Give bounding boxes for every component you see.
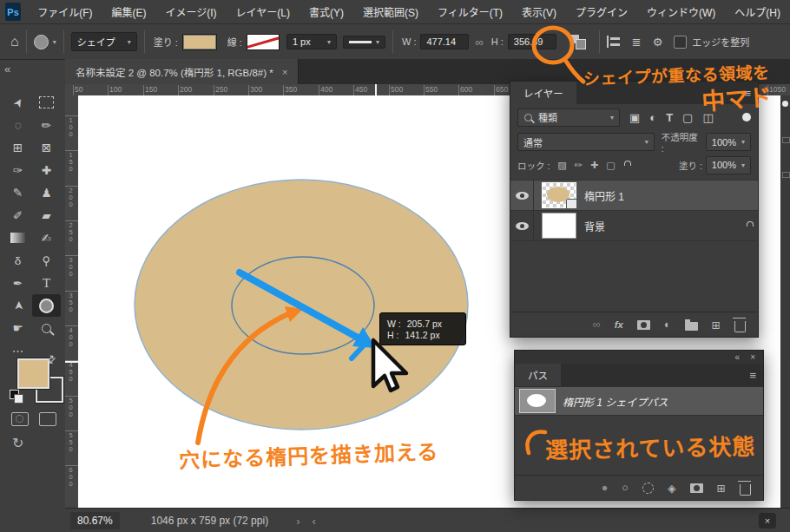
dock-panel-icon[interactable] (782, 101, 788, 107)
visibility-toggle[interactable] (510, 181, 534, 210)
foreground-color-swatch[interactable] (17, 358, 49, 389)
filter-adjustment-layers-icon[interactable]: ◐ (649, 111, 656, 124)
smudge-tool[interactable]: ✍ (32, 227, 61, 249)
menu-item-plugins[interactable]: プラグイン (566, 4, 637, 19)
lock-position-icon[interactable]: ✚ (590, 160, 598, 171)
blend-mode-select[interactable]: 通常 ▾ (517, 133, 655, 151)
menu-item-select[interactable]: 選択範囲(S) (353, 4, 428, 19)
tool-preset-chevron-icon[interactable]: ▾ (53, 38, 56, 46)
lock-artboard-icon[interactable]: ▢ (606, 160, 615, 171)
selection-as-path-icon[interactable]: ◈ (668, 482, 676, 495)
menu-item-image[interactable]: イメージ(I) (155, 4, 226, 19)
move-tool[interactable]: ➤ (3, 91, 32, 114)
zoom-tool[interactable] (32, 317, 61, 339)
layers-tab[interactable]: レイヤー (510, 82, 576, 104)
layer-row-background[interactable]: 背景 (510, 211, 758, 241)
ellipse-tool[interactable] (32, 294, 61, 317)
lock-pixels-icon[interactable]: ✏ (575, 160, 583, 171)
vertical-ruler[interactable]: 100 150 200 250 300 350 400 450 500 550 … (65, 95, 79, 508)
collapse-panels-icon[interactable]: « (4, 62, 10, 76)
document-info[interactable]: 1046 px x 759 px (72 ppi) (151, 515, 268, 527)
opacity-field[interactable]: 100% ▾ (706, 133, 751, 151)
dodge-tool[interactable]: ⚲ (32, 249, 61, 272)
layer-name[interactable]: 楕円形 1 (584, 188, 624, 203)
lock-transparency-icon[interactable]: ▨ (557, 160, 566, 171)
link-layers-icon[interactable]: ∞ (593, 319, 601, 331)
gradient-tool[interactable] (3, 227, 32, 249)
align-edges-checkbox[interactable] (674, 36, 687, 49)
menu-item-help[interactable]: ヘルプ(H) (725, 4, 790, 19)
path-name[interactable]: 楕円形 1 シェイプパス (563, 394, 668, 409)
layer-thumbnail[interactable] (542, 213, 576, 239)
status-next-icon[interactable]: › (296, 515, 300, 528)
spot-healing-brush-tool[interactable]: ✚ (32, 159, 61, 181)
filter-toggle-icon[interactable] (742, 113, 751, 122)
menu-item-layer[interactable]: レイヤー(L) (227, 4, 300, 19)
layer-name[interactable]: 背景 (584, 219, 605, 233)
shape-settings-gear-icon[interactable]: ⚙ (653, 36, 663, 49)
brush-tool[interactable]: ✎ (3, 181, 32, 204)
delete-layer-icon[interactable] (734, 321, 746, 332)
delete-path-icon[interactable] (740, 484, 751, 496)
filter-type-layers-icon[interactable]: T (666, 111, 673, 124)
layer-row-ellipse[interactable]: 楕円形 1 (510, 181, 758, 211)
screen-mode-button[interactable] (39, 412, 56, 426)
stroke-color-swatch[interactable] (247, 34, 280, 50)
filter-pixel-layers-icon[interactable]: ▣ (629, 111, 640, 124)
path-alignment-button[interactable] (607, 36, 621, 48)
stroke-style-select[interactable]: ▾ (343, 36, 385, 49)
new-layer-icon[interactable]: ⊞ (712, 319, 721, 332)
menu-item-file[interactable]: ファイル(F) (28, 4, 102, 19)
eraser-tool[interactable]: ▰ (32, 204, 61, 227)
document-tab[interactable]: 名称未設定 2 @ 80.7% (楕円形 1, RGB/8#) * × (65, 59, 299, 84)
dock-panel-icon[interactable] (782, 137, 790, 143)
add-layer-mask-icon[interactable] (637, 320, 650, 330)
rectangular-marquee-tool[interactable] (32, 91, 61, 114)
visibility-toggle[interactable] (510, 211, 534, 240)
new-group-icon[interactable] (685, 322, 698, 331)
tool-mode-select[interactable]: シェイプ ▾ (71, 32, 137, 51)
hand-tool[interactable]: ☛ (3, 317, 32, 339)
new-path-icon[interactable]: ⊞ (717, 482, 726, 495)
filter-shape-layers-icon[interactable]: ▢ (682, 111, 693, 124)
add-mask-from-path-icon[interactable] (690, 483, 703, 493)
collapse-panel-icon[interactable]: « (735, 352, 741, 362)
type-tool[interactable]: T (32, 272, 61, 294)
path-selection-tool[interactable]: ➤ (3, 294, 32, 317)
current-tool-icon[interactable] (34, 35, 49, 49)
panel-dock-strip[interactable] (780, 95, 790, 508)
default-colors-icon[interactable] (10, 390, 19, 399)
panel-menu-icon[interactable]: ≡ (749, 369, 756, 382)
menu-item-view[interactable]: 表示(V) (512, 4, 566, 19)
fill-path-icon[interactable]: ● (602, 482, 609, 494)
notification-close-button[interactable]: × (759, 513, 776, 529)
frame-tool[interactable]: ⊠ (32, 136, 61, 159)
shape-width-field[interactable]: 477.14 (420, 34, 469, 49)
dock-panel-icon[interactable] (782, 172, 790, 178)
layer-style-fx-button[interactable]: fx (615, 319, 623, 330)
path-row-shape-path[interactable]: 楕円形 1 シェイプパス (515, 386, 763, 416)
path-operations-button[interactable] (570, 35, 587, 49)
fill-opacity-field[interactable]: 100% ▾ (706, 156, 751, 174)
rotate-view-icon[interactable]: ↻ (12, 435, 23, 451)
quick-mask-button[interactable] (11, 412, 29, 426)
crop-tool[interactable]: ⊞ (3, 136, 32, 159)
fill-color-swatch[interactable] (182, 34, 217, 50)
close-document-icon[interactable]: × (282, 67, 288, 77)
layer-filter-select[interactable]: 種類 ▾ (517, 108, 620, 127)
menu-item-edit[interactable]: 編集(E) (102, 4, 155, 19)
menu-item-filter[interactable]: フィルター(T) (428, 4, 512, 19)
adjustment-layer-icon[interactable]: ◐ (664, 319, 671, 331)
path-as-selection-icon[interactable] (642, 483, 654, 494)
shape-height-field[interactable]: 356.59 (508, 34, 556, 49)
zoom-level-field[interactable]: 80.67% (70, 512, 120, 529)
stroke-width-field[interactable]: 1 px ▾ (286, 34, 337, 49)
close-panel-icon[interactable]: × (750, 352, 755, 362)
lasso-tool[interactable]: ◌ (3, 114, 32, 136)
path-arrangement-button[interactable]: ≣ (632, 36, 642, 49)
stroke-path-icon[interactable]: ○ (622, 482, 629, 494)
home-icon[interactable]: ⌂ (10, 34, 19, 49)
status-prev-icon[interactable]: ‹ (312, 515, 315, 528)
eyedropper-tool[interactable]: ✑ (3, 159, 32, 181)
object-selection-tool[interactable]: ✏ (32, 114, 61, 136)
